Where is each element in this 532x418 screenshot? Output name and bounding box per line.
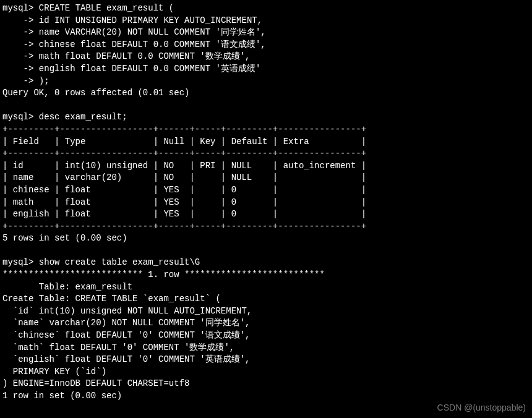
row-separator: *************************** 1. row *****… bbox=[2, 270, 325, 279]
cont-prompt: -> bbox=[2, 51, 33, 61]
terminal-output: mysql> CREATE TABLE exam_result ( -> id … bbox=[2, 2, 530, 403]
table-row: | id | int(10) unsigned | NO | PRI | NUL… bbox=[2, 161, 366, 171]
sql-desc: desc exam_result; bbox=[39, 112, 127, 122]
show-table-name: Table: exam_result bbox=[2, 282, 132, 292]
sql-col-name: name VARCHAR(20) NOT NULL COMMENT '同学姓名'… bbox=[39, 27, 266, 37]
show-create-line: `chinese` float DEFAULT '0' COMMENT '语文成… bbox=[2, 330, 250, 340]
show-create-line: `math` float DEFAULT '0' COMMENT '数学成绩', bbox=[2, 343, 234, 352]
show-create-line: PRIMARY KEY (`id`) bbox=[2, 367, 106, 377]
cont-prompt: -> bbox=[2, 76, 33, 86]
cont-prompt: -> bbox=[2, 64, 33, 74]
show-create-line: Create Table: CREATE TABLE `exam_result`… bbox=[2, 294, 221, 304]
sql-show-create: show create table exam_result\G bbox=[39, 257, 200, 267]
cont-prompt: -> bbox=[2, 15, 33, 25]
table-row: | english | float | YES | | 0 | | bbox=[2, 209, 366, 219]
prompt: mysql> bbox=[2, 257, 33, 267]
table-border: +---------+------------------+------+---… bbox=[2, 148, 366, 158]
sql-close: ); bbox=[39, 76, 49, 86]
prompt: mysql> bbox=[2, 3, 33, 13]
cont-prompt: -> bbox=[2, 40, 33, 49]
sql-col-math: math float DEFAULT 0.0 COMMENT '数学成绩', bbox=[39, 51, 251, 61]
show-create-line: `id` int(10) unsigned NOT NULL AUTO_INCR… bbox=[2, 306, 252, 316]
sql-col-chinese: chinese float DEFAULT 0.0 COMMENT '语文成绩'… bbox=[39, 40, 266, 49]
show-footer: 1 row in set (0.00 sec) bbox=[2, 391, 122, 401]
table-header: | Field | Type | Null | Key | Default | … bbox=[2, 137, 366, 147]
desc-footer: 5 rows in set (0.00 sec) bbox=[2, 233, 127, 243]
sql-col-english: english float DEFAULT 0.0 COMMENT '英语成绩' bbox=[39, 64, 260, 74]
table-border: +---------+------------------+------+---… bbox=[2, 124, 366, 134]
table-row: | math | float | YES | | 0 | | bbox=[2, 197, 366, 207]
prompt: mysql> bbox=[2, 112, 33, 122]
show-create-line: `name` varchar(20) NOT NULL COMMENT '同学姓… bbox=[2, 318, 250, 328]
table-row: | chinese | float | YES | | 0 | | bbox=[2, 185, 366, 195]
cont-prompt: -> bbox=[2, 27, 33, 37]
show-create-line: ) ENGINE=InnoDB DEFAULT CHARSET=utf8 bbox=[2, 378, 189, 388]
table-row: | name | varchar(20) | NO | | NULL | | bbox=[2, 173, 366, 182]
watermark: CSDN @(unstoppable) bbox=[437, 402, 526, 414]
table-border: +---------+------------------+------+---… bbox=[2, 221, 366, 231]
sql-col-id: id INT UNSIGNED PRIMARY KEY AUTO_INCREME… bbox=[39, 15, 262, 25]
query-result: Query OK, 0 rows affected (0.01 sec) bbox=[2, 88, 189, 98]
sql-create-table: CREATE TABLE exam_result ( bbox=[39, 3, 174, 13]
show-create-line: `english` float DEFAULT '0' COMMENT '英语成… bbox=[2, 354, 250, 364]
